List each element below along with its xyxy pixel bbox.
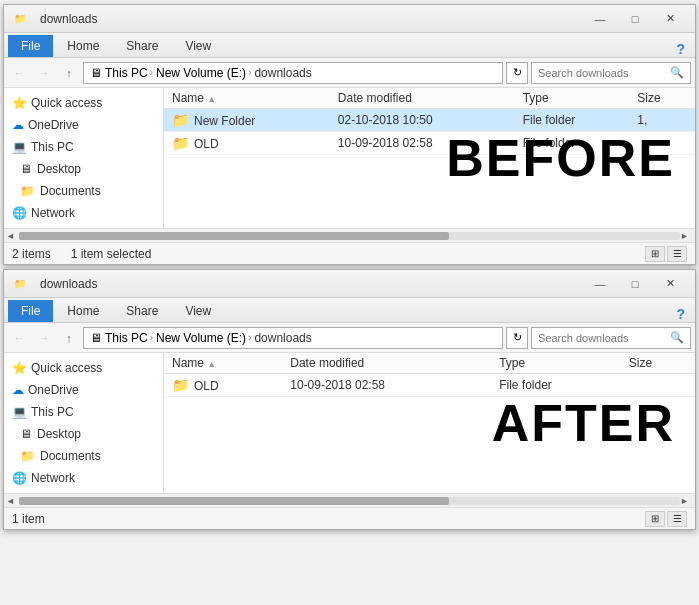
path-icon-after: 🖥 (90, 331, 102, 345)
file-type-cell: File folder (515, 109, 630, 132)
ribbon-before: File Home Share View ? (4, 33, 695, 58)
sidebar-item-network-after[interactable]: 🌐 Network (4, 467, 163, 489)
network-icon-before: 🌐 (12, 206, 27, 220)
close-button-after[interactable]: ✕ (653, 274, 687, 294)
scroll-left-before[interactable]: ◄ (6, 231, 15, 241)
sidebar-item-network-before[interactable]: 🌐 Network (4, 202, 163, 224)
list-view-btn-after[interactable]: ☰ (667, 511, 687, 527)
window-controls-after: — □ ✕ (583, 274, 687, 294)
forward-button-before[interactable]: → (33, 62, 55, 84)
sidebar-item-quickaccess-after[interactable]: ⭐ Quick access (4, 357, 163, 379)
grid-view-btn-after[interactable]: ⊞ (645, 511, 665, 527)
list-view-btn-before[interactable]: ☰ (667, 246, 687, 262)
tab-home-before[interactable]: Home (54, 35, 112, 57)
sidebar-item-quickaccess-before[interactable]: ⭐ Quick access (4, 92, 163, 114)
scroll-right-after[interactable]: ► (680, 496, 689, 506)
file-type-cell: File folder (491, 374, 621, 397)
search-icon-before: 🔍 (670, 66, 684, 79)
cloud-icon-after: ☁ (12, 383, 24, 397)
file-list-area-before: ⭐ Quick access ☁ OneDrive 💻 This PC 🖥 De… (4, 88, 695, 228)
scroll-area-after[interactable]: ◄ ► (4, 493, 695, 507)
help-button-after[interactable]: ? (670, 306, 691, 322)
refresh-button-after[interactable]: ↻ (506, 327, 528, 349)
path-thispc-after: This PC › (105, 331, 153, 345)
sidebar-label-network-before: Network (31, 206, 75, 220)
search-box-after[interactable]: 🔍 (531, 327, 691, 349)
search-input-after[interactable] (538, 332, 666, 344)
close-button-before[interactable]: ✕ (653, 9, 687, 29)
star-icon-before: ⭐ (12, 96, 27, 110)
window-title-after: downloads (40, 277, 579, 291)
tab-share-before[interactable]: Share (113, 35, 171, 57)
sidebar-item-documents-after[interactable]: 📁 Documents (4, 445, 163, 467)
col-size-after[interactable]: Size (621, 353, 695, 374)
scroll-track-before[interactable] (19, 232, 680, 240)
sidebar-item-thispc-after[interactable]: 💻 This PC (4, 401, 163, 423)
table-row[interactable]: 📁OLD 10-09-2018 02:58 File folder (164, 132, 695, 155)
table-row[interactable]: 📁New Folder 02-10-2018 10:50 File folder… (164, 109, 695, 132)
search-input-before[interactable] (538, 67, 666, 79)
help-button-before[interactable]: ? (670, 41, 691, 57)
sidebar-label-quickaccess-before: Quick access (31, 96, 102, 110)
sidebar-label-onedrive-after: OneDrive (28, 383, 79, 397)
minimize-button-after[interactable]: — (583, 274, 617, 294)
col-name-before[interactable]: Name ▲ (164, 88, 330, 109)
col-name-after[interactable]: Name ▲ (164, 353, 282, 374)
col-size-before[interactable]: Size (629, 88, 695, 109)
file-table-before: Name ▲ Date modified Type Size 📁New Fold… (164, 88, 695, 155)
address-bar-after: ← → ↑ 🖥 This PC › New Volume (E:) › down… (4, 323, 695, 353)
system-icon-after: 📁 (12, 276, 28, 292)
tab-home-after[interactable]: Home (54, 300, 112, 322)
folder-icon-blue-after: 📁 (172, 377, 189, 393)
sidebar-item-onedrive-before[interactable]: ☁ OneDrive (4, 114, 163, 136)
tab-share-after[interactable]: Share (113, 300, 171, 322)
title-bar-after: 📁 downloads — □ ✕ (4, 270, 695, 298)
sidebar-item-thispc-before[interactable]: 💻 This PC (4, 136, 163, 158)
sidebar-label-desktop-after: Desktop (37, 427, 81, 441)
sidebar-label-documents-before: Documents (40, 184, 101, 198)
up-button-after[interactable]: ↑ (58, 327, 80, 349)
address-path-before[interactable]: 🖥 This PC › New Volume (E:) › downloads (83, 62, 503, 84)
sidebar-item-desktop-after[interactable]: 🖥 Desktop (4, 423, 163, 445)
file-size-cell (629, 132, 695, 155)
table-row[interactable]: 📁OLD 10-09-2018 02:58 File folder (164, 374, 695, 397)
sidebar-item-desktop-before[interactable]: 🖥 Desktop (4, 158, 163, 180)
sidebar-item-onedrive-after[interactable]: ☁ OneDrive (4, 379, 163, 401)
col-date-before[interactable]: Date modified (330, 88, 515, 109)
forward-button-after[interactable]: → (33, 327, 55, 349)
scroll-track-after[interactable] (19, 497, 680, 505)
tab-view-after[interactable]: View (172, 300, 224, 322)
path-thispc: This PC › (105, 66, 153, 80)
title-bar-before: 📁 downloads — □ ✕ (4, 5, 695, 33)
grid-view-btn-before[interactable]: ⊞ (645, 246, 665, 262)
folder-icon-blue: 📁 (172, 135, 189, 151)
back-button-before[interactable]: ← (8, 62, 30, 84)
col-date-after[interactable]: Date modified (282, 353, 491, 374)
maximize-button-after[interactable]: □ (618, 274, 652, 294)
col-type-after[interactable]: Type (491, 353, 621, 374)
path-downloads-before: downloads (254, 66, 311, 80)
folder-icon-yellow: 📁 (172, 112, 189, 128)
up-button-before[interactable]: ↑ (58, 62, 80, 84)
back-button-after[interactable]: ← (8, 327, 30, 349)
sidebar-before: ⭐ Quick access ☁ OneDrive 💻 This PC 🖥 De… (4, 88, 164, 228)
tab-file-before[interactable]: File (8, 35, 53, 57)
maximize-button-before[interactable]: □ (618, 9, 652, 29)
path-icon-before: 🖥 (90, 66, 102, 80)
minimize-button-before[interactable]: — (583, 9, 617, 29)
search-box-before[interactable]: 🔍 (531, 62, 691, 84)
sidebar-item-documents-before[interactable]: 📁 Documents (4, 180, 163, 202)
network-icon-after: 🌐 (12, 471, 27, 485)
tab-view-before[interactable]: View (172, 35, 224, 57)
address-path-after[interactable]: 🖥 This PC › New Volume (E:) › downloads (83, 327, 503, 349)
scroll-left-after[interactable]: ◄ (6, 496, 15, 506)
refresh-button-before[interactable]: ↻ (506, 62, 528, 84)
scroll-thumb-before (19, 232, 449, 240)
desktop-icon-after: 🖥 (20, 427, 32, 441)
scroll-right-before[interactable]: ► (680, 231, 689, 241)
col-type-before[interactable]: Type (515, 88, 630, 109)
scroll-area-before[interactable]: ◄ ► (4, 228, 695, 242)
file-type-cell: File folder (515, 132, 630, 155)
tab-file-after[interactable]: File (8, 300, 53, 322)
ribbon-tabs-before: File Home Share View ? (4, 33, 695, 57)
